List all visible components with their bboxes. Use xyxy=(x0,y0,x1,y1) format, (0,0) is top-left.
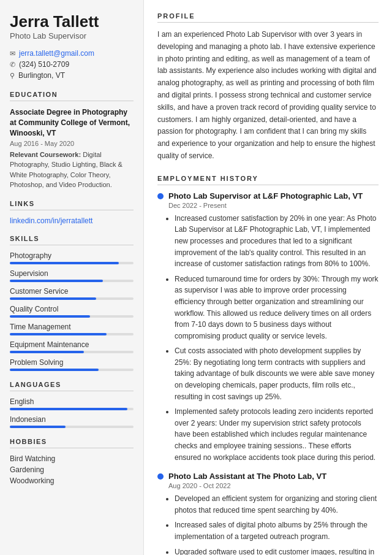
job-bullet: Implemented safety protocols leading zer… xyxy=(175,406,379,463)
job-bullet: Reduced turnaround time for orders by 30… xyxy=(175,274,379,342)
skill-bar-fill xyxy=(10,262,119,264)
skill-bar-fill xyxy=(10,333,107,335)
job-title-row: Photo Lab Supervisor at L&F Photographic… xyxy=(157,191,379,201)
profile-section: PROFILE I am an experienced Photo Lab Su… xyxy=(157,12,379,163)
job-title-row: Photo Lab Assistant at The Photo Lab, VT xyxy=(157,472,379,481)
skill-bar-bg xyxy=(10,297,134,300)
job-dates: Dec 2022 - Present xyxy=(168,202,379,209)
skill-bar-bg xyxy=(10,280,134,282)
language-label: English xyxy=(10,397,134,406)
skills-section-title: SKILLS xyxy=(10,235,134,245)
skills-list: Photography Supervision Customer Service… xyxy=(10,251,134,371)
sidebar-job-title: Photo Lab Supervisor xyxy=(10,31,134,40)
skill-item: Time Management xyxy=(10,323,134,335)
contact-email[interactable]: ✉ jerra.tallett@gmail.com xyxy=(10,49,134,58)
skill-bar-fill xyxy=(10,351,84,353)
job-dates: Aug 2020 - Oct 2022 xyxy=(168,482,379,489)
skill-item: Quality Control xyxy=(10,305,134,318)
hobby-item: Gardening xyxy=(10,465,134,474)
language-bar-fill xyxy=(10,408,127,410)
skill-bar-bg xyxy=(10,262,134,264)
job-bullet: Developed an efficient system for organi… xyxy=(175,493,379,516)
skill-bar-fill xyxy=(10,315,90,318)
job-entry: Photo Lab Assistant at The Photo Lab, VT… xyxy=(157,472,379,555)
hobby-item: Woodworking xyxy=(10,477,134,485)
employment-section: EMPLOYMENT HISTORY Photo Lab Supervisor … xyxy=(157,175,379,555)
skill-label: Equipment Maintenance xyxy=(10,340,134,349)
languages-list: English Indonesian xyxy=(10,397,134,428)
location-icon: ⚲ xyxy=(10,72,15,80)
contact-block: ✉ jerra.tallett@gmail.com ✆ (324) 510-27… xyxy=(10,49,134,80)
hobbies-list: Bird WatchingGardeningWoodworking xyxy=(10,454,134,485)
job-bullet: Upgraded software used to edit customer … xyxy=(175,546,379,555)
language-item: Indonesian xyxy=(10,415,134,428)
job-bullets: Developed an efficient system for organi… xyxy=(175,493,379,555)
skill-label: Problem Solving xyxy=(10,358,134,367)
employment-section-title: EMPLOYMENT HISTORY xyxy=(157,175,379,185)
skill-item: Problem Solving xyxy=(10,358,134,371)
skill-bar-fill xyxy=(10,297,96,300)
sidebar: Jerra Tallett Photo Lab Supervisor ✉ jer… xyxy=(0,0,144,555)
job-dot xyxy=(157,193,164,199)
language-label: Indonesian xyxy=(10,415,134,424)
skill-label: Photography xyxy=(10,251,134,260)
profile-section-title: PROFILE xyxy=(157,12,379,23)
skill-bar-bg xyxy=(10,333,134,335)
skill-label: Customer Service xyxy=(10,287,134,296)
education-section-title: EDUCATION xyxy=(10,91,134,101)
job-title: Photo Lab Supervisor at L&F Photographic… xyxy=(168,191,363,201)
job-bullet: Increased customer satisfaction by 20% i… xyxy=(175,213,379,270)
skill-item: Photography xyxy=(10,251,134,264)
skill-bar-fill xyxy=(10,369,99,371)
links-section-title: LINKS xyxy=(10,200,134,210)
job-bullets: Increased customer satisfaction by 20% i… xyxy=(175,213,379,463)
main-content: PROFILE I am an experienced Photo Lab Su… xyxy=(144,0,392,555)
email-icon: ✉ xyxy=(10,50,15,58)
language-bar-bg xyxy=(10,408,134,410)
job-title: Photo Lab Assistant at The Photo Lab, VT xyxy=(168,472,326,481)
skill-item: Customer Service xyxy=(10,287,134,300)
skill-label: Time Management xyxy=(10,323,134,331)
hobbies-section-title: HOBBIES xyxy=(10,438,134,448)
job-entry: Photo Lab Supervisor at L&F Photographic… xyxy=(157,191,379,463)
skill-label: Quality Control xyxy=(10,305,134,313)
linkedin-link[interactable]: linkedin.com/in/jerratallett xyxy=(10,216,134,225)
language-item: English xyxy=(10,397,134,410)
languages-section-title: LANGUAGES xyxy=(10,381,134,391)
skill-bar-bg xyxy=(10,351,134,353)
skill-bar-bg xyxy=(10,315,134,318)
skill-item: Supervision xyxy=(10,269,134,282)
skill-item: Equipment Maintenance xyxy=(10,340,134,353)
profile-text: I am an experienced Photo Lab Supervisor… xyxy=(157,29,379,163)
job-bullet: Cut costs associated with photo developm… xyxy=(175,345,379,402)
skill-bar-fill xyxy=(10,280,103,282)
edu-degree: Associate Degree in Photography at Commu… xyxy=(10,107,134,138)
skill-label: Supervision xyxy=(10,269,134,278)
skill-bar-bg xyxy=(10,369,134,371)
job-bullet: Increased sales of digital photo albums … xyxy=(175,519,379,542)
phone-icon: ✆ xyxy=(10,61,15,69)
hobby-item: Bird Watching xyxy=(10,454,134,463)
contact-phone: ✆ (324) 510-2709 xyxy=(10,60,134,69)
language-bar-bg xyxy=(10,426,134,428)
job-dot xyxy=(157,473,164,480)
language-bar-fill xyxy=(10,426,66,428)
contact-location: ⚲ Burlington, VT xyxy=(10,71,134,80)
edu-coursework: Relevant Coursework: Digital Photography… xyxy=(10,150,134,190)
edu-dates: Aug 2016 - May 2020 xyxy=(10,140,134,147)
sidebar-name: Jerra Tallett xyxy=(10,12,134,31)
jobs-list: Photo Lab Supervisor at L&F Photographic… xyxy=(157,191,379,555)
